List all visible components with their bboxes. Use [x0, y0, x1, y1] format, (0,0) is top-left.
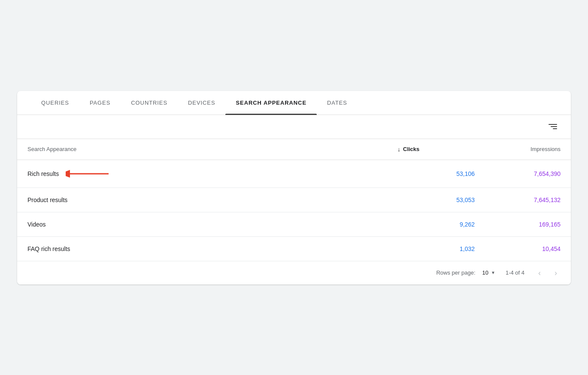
row-impressions-faq: 10,454 — [475, 245, 561, 252]
rows-per-page-dropdown[interactable]: 10 ▼ — [482, 269, 495, 276]
row-impressions-videos: 169,165 — [475, 221, 561, 228]
row-impressions-product-results: 7,645,132 — [475, 197, 561, 203]
table-row[interactable]: FAQ rich results 1,032 10,454 — [17, 237, 571, 261]
tab-queries[interactable]: QUERIES — [31, 91, 79, 115]
tab-countries[interactable]: COUNTRIES — [121, 91, 178, 115]
tab-pages[interactable]: PAGES — [79, 91, 121, 115]
row-clicks-rich-results: 53,106 — [397, 170, 475, 177]
filter-line-1 — [549, 124, 557, 125]
sort-arrow-icon: ↓ — [397, 146, 400, 153]
tab-devices[interactable]: DEVICES — [178, 91, 225, 115]
next-page-button[interactable]: › — [551, 267, 561, 278]
main-card: QUERIES PAGES COUNTRIES DEVICES SEARCH A… — [17, 91, 571, 284]
table-header: Search Appearance ↓ Clicks Impressions — [17, 139, 571, 160]
row-clicks-faq: 1,032 — [397, 245, 475, 252]
col-header-clicks[interactable]: ↓ Clicks — [397, 146, 475, 153]
col-clicks-label: Clicks — [403, 146, 419, 152]
page-range-info: 1-4 of 4 — [506, 269, 524, 276]
table-row[interactable]: Product results 53,053 7,645,132 — [17, 188, 571, 212]
rows-per-page-label: Rows per page: — [436, 269, 475, 276]
row-label-rich-results: Rich results — [27, 169, 397, 179]
tab-search-appearance[interactable]: SEARCH APPEARANCE — [225, 91, 317, 115]
filter-button[interactable] — [545, 121, 561, 133]
tab-navigation: QUERIES PAGES COUNTRIES DEVICES SEARCH A… — [17, 91, 571, 115]
row-impressions-rich-results: 7,654,390 — [475, 170, 561, 177]
filter-line-3 — [553, 128, 557, 129]
prev-page-button[interactable]: ‹ — [535, 267, 544, 278]
red-arrow-icon — [66, 169, 109, 179]
row-clicks-product-results: 53,053 — [397, 197, 475, 203]
red-arrow-annotation — [66, 169, 109, 179]
table-row[interactable]: Videos 9,262 169,165 — [17, 212, 571, 237]
row-label-faq-rich-results: FAQ rich results — [27, 245, 397, 252]
filter-bar — [17, 115, 571, 139]
pagination-bar: Rows per page: 10 ▼ 1-4 of 4 ‹ › — [17, 261, 571, 284]
row-clicks-videos: 9,262 — [397, 221, 475, 228]
col-header-impressions[interactable]: Impressions — [475, 146, 561, 153]
table-row[interactable]: Rich results 53,106 7,654,390 — [17, 160, 571, 188]
rows-per-page-value: 10 — [482, 269, 488, 276]
col-header-dimension: Search Appearance — [27, 146, 397, 153]
tab-dates[interactable]: DATES — [317, 91, 358, 115]
row-label-videos: Videos — [27, 221, 397, 228]
filter-line-2 — [551, 126, 557, 127]
data-table: Search Appearance ↓ Clicks Impressions R… — [17, 139, 571, 261]
dropdown-arrow-icon: ▼ — [491, 270, 495, 275]
row-label-product-results: Product results — [27, 197, 397, 203]
